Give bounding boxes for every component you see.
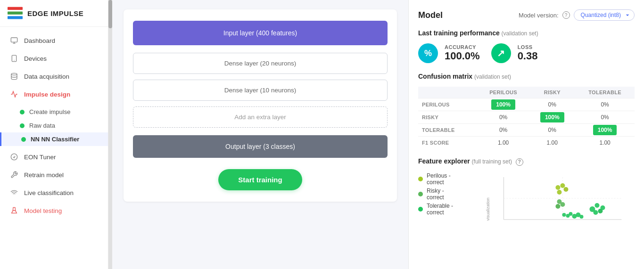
confusion-col-empty bbox=[418, 87, 478, 98]
logo-area: EDGE IMPULSE bbox=[0, 0, 108, 27]
tools-icon bbox=[10, 171, 18, 179]
legend-label-tolerable: Tolerable - correct bbox=[427, 203, 460, 216]
sidebar-item-impulse-design[interactable]: Impulse design bbox=[0, 85, 108, 103]
model-header: Model Model version: ? Quantized (int8) bbox=[418, 9, 635, 21]
sidebar-item-create-impulse-label: Create impulse bbox=[29, 108, 70, 115]
sidebar-item-live-classification[interactable]: Live classification bbox=[0, 184, 108, 202]
confusion-subtitle: (validation set) bbox=[474, 73, 511, 80]
sidebar: EDGE IMPULSE Dashboard Devices Data acqu… bbox=[0, 0, 108, 269]
table-row: PERILOUS 100% 0% 0% bbox=[418, 98, 635, 111]
cell-tolerable-tolerable: 100% bbox=[575, 124, 635, 137]
sidebar-item-eon-tuner[interactable]: EON Tuner bbox=[0, 148, 108, 166]
tolerable-legend-dot bbox=[418, 207, 423, 212]
cell-f1-tolerable: 1.00 bbox=[575, 137, 635, 149]
output-layer-button[interactable]: Output layer (3 classes) bbox=[133, 135, 388, 158]
svg-point-17 bbox=[557, 190, 562, 195]
database-icon bbox=[10, 72, 18, 81]
confusion-col-perilous: PERILOUS bbox=[478, 87, 529, 98]
svg-point-21 bbox=[556, 204, 561, 209]
svg-rect-3 bbox=[11, 38, 17, 42]
svg-point-18 bbox=[564, 187, 569, 192]
sidebar-nav: Dashboard Devices Data acquisition Impul… bbox=[0, 27, 108, 269]
model-version-help-icon[interactable]: ? bbox=[562, 11, 570, 19]
devices-icon bbox=[10, 54, 18, 63]
model-version-select[interactable]: Quantized (int8) bbox=[574, 9, 635, 21]
scrollbar-thumb[interactable] bbox=[108, 0, 112, 28]
metrics-row: % ACCURACY 100.0% ↗ LOSS 0.38 bbox=[418, 43, 635, 63]
svg-point-8 bbox=[11, 73, 17, 75]
cell-risky-perilous: 0% bbox=[478, 111, 529, 124]
svg-point-32 bbox=[580, 215, 584, 219]
accuracy-info: ACCURACY 100.0% bbox=[445, 44, 480, 62]
svg-rect-6 bbox=[12, 55, 16, 61]
feature-legend: Perilous - correct Risky - correct Toler… bbox=[418, 172, 460, 224]
accuracy-icon: % bbox=[418, 43, 438, 63]
feature-explorer-title: Feature explorer (full training set) ? bbox=[418, 157, 635, 166]
nn-classifier-dot bbox=[21, 137, 26, 142]
table-row: RISKY 0% 100% 0% bbox=[418, 111, 635, 124]
accuracy-label: ACCURACY bbox=[445, 44, 480, 50]
legend-item-tolerable: Tolerable - correct bbox=[418, 203, 460, 216]
confusion-matrix-table: PERILOUS RISKY TOLERABLE PERILOUS 100% 0… bbox=[418, 87, 635, 149]
sidebar-item-model-testing[interactable]: Model testing bbox=[0, 202, 108, 220]
cell-tolerable-risky: 0% bbox=[529, 124, 575, 137]
sidebar-item-devices[interactable]: Devices bbox=[0, 49, 108, 67]
edge-impulse-logo-icon bbox=[8, 7, 23, 20]
dense-layer1-button[interactable]: Dense layer (20 neurons) bbox=[133, 53, 388, 74]
legend-label-risky: Risky - correct bbox=[427, 187, 460, 201]
svg-point-23 bbox=[595, 203, 600, 208]
confusion-col-risky: RISKY bbox=[529, 87, 575, 98]
sidebar-item-create-impulse[interactable]: Create impulse bbox=[0, 105, 108, 119]
sidebar-item-data-acquisition[interactable]: Data acquisition bbox=[0, 67, 108, 85]
sidebar-item-dashboard[interactable]: Dashboard bbox=[0, 32, 108, 49]
feature-explorer-section: Feature explorer (full training set) ? P… bbox=[418, 157, 635, 229]
sidebar-item-eon-tuner-label: EON Tuner bbox=[24, 154, 56, 161]
dense-layer2-button[interactable]: Dense layer (10 neurons) bbox=[133, 80, 388, 101]
sidebar-item-retrain-model[interactable]: Retrain model bbox=[0, 166, 108, 184]
layer-box: Input layer (400 features) Dense layer (… bbox=[124, 9, 397, 202]
feature-explorer-subtitle: (full training set) bbox=[472, 158, 512, 165]
sidebar-item-raw-data[interactable]: Raw data bbox=[0, 119, 108, 132]
sidebar-item-raw-data-label: Raw data bbox=[29, 122, 55, 129]
feature-explorer-help-icon[interactable]: ? bbox=[516, 158, 523, 166]
create-impulse-dot bbox=[20, 110, 25, 114]
cell-perilous-risky: 0% bbox=[529, 98, 575, 111]
sidebar-item-data-acquisition-label: Data acquisition bbox=[24, 73, 69, 80]
row-label-perilous: PERILOUS bbox=[418, 98, 478, 111]
loss-label: LOSS bbox=[518, 44, 538, 50]
add-extra-layer-button[interactable]: Add an extra layer bbox=[133, 106, 388, 128]
row-label-risky: RISKY bbox=[418, 111, 478, 124]
cell-risky-risky: 100% bbox=[529, 111, 575, 124]
sidebar-item-nn-classifier[interactable]: NN NN Classifier bbox=[0, 132, 108, 146]
scrollbar-track[interactable] bbox=[108, 0, 112, 269]
table-row: F1 SCORE 1.00 1.00 1.00 bbox=[418, 137, 635, 149]
legend-label-perilous: Perilous - correct bbox=[427, 172, 460, 186]
logo-text: EDGE IMPULSE bbox=[27, 9, 83, 17]
monitor-icon bbox=[10, 36, 18, 45]
sidebar-item-devices-label: Devices bbox=[24, 55, 47, 62]
raw-data-dot bbox=[20, 123, 25, 128]
y-axis-label: visualization bbox=[486, 197, 491, 220]
start-training-button[interactable]: Start training bbox=[218, 169, 302, 190]
model-title: Model bbox=[418, 10, 443, 20]
svg-point-25 bbox=[594, 210, 598, 215]
accuracy-value: 100.0% bbox=[445, 50, 480, 62]
loss-icon: ↗ bbox=[491, 43, 511, 63]
sidebar-item-model-testing-label: Model testing bbox=[24, 207, 62, 214]
loss-info: LOSS 0.38 bbox=[518, 44, 538, 62]
svg-point-9 bbox=[11, 154, 17, 160]
svg-point-20 bbox=[561, 202, 565, 207]
row-label-f1score: F1 SCORE bbox=[418, 137, 478, 149]
feature-explorer-content: Perilous - correct Risky - correct Toler… bbox=[418, 172, 635, 229]
legend-item-risky: Risky - correct bbox=[418, 187, 460, 201]
svg-point-26 bbox=[601, 205, 605, 210]
perilous-legend-dot bbox=[418, 177, 423, 181]
svg-rect-1 bbox=[8, 11, 23, 14]
sidebar-item-live-classification-label: Live classification bbox=[24, 189, 74, 196]
sidebar-item-retrain-model-label: Retrain model bbox=[24, 171, 64, 179]
input-layer-button[interactable]: Input layer (400 features) bbox=[133, 21, 388, 45]
cell-f1-perilous: 1.00 bbox=[478, 137, 529, 149]
model-version-area: Model version: ? Quantized (int8) bbox=[519, 9, 635, 21]
last-training-subtitle: (validation set) bbox=[502, 30, 538, 37]
cell-perilous-tolerable: 0% bbox=[575, 98, 635, 111]
